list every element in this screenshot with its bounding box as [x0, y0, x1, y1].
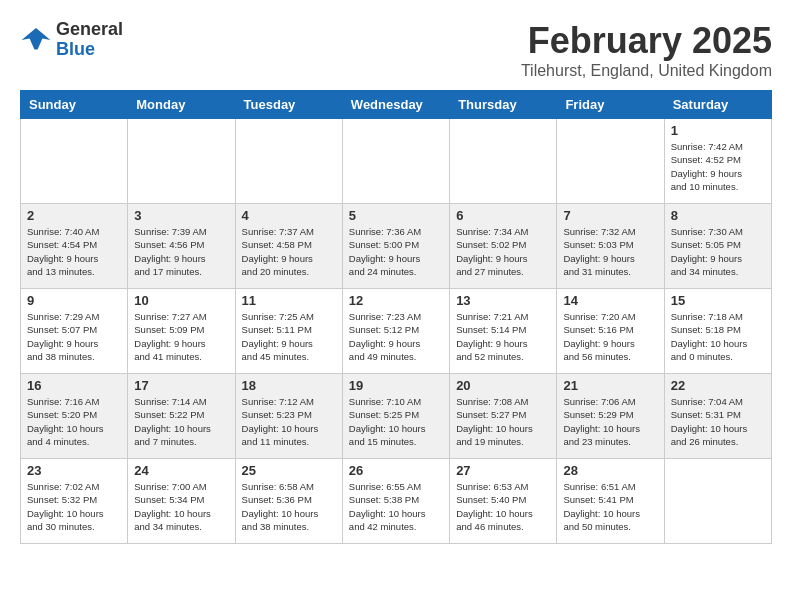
header-friday: Friday: [557, 91, 664, 119]
calendar-table: Sunday Monday Tuesday Wednesday Thursday…: [20, 90, 772, 544]
cell-week1-day6: 8Sunrise: 7:30 AM Sunset: 5:05 PM Daylig…: [664, 204, 771, 289]
day-number: 21: [563, 378, 657, 393]
day-info: Sunrise: 7:16 AM Sunset: 5:20 PM Dayligh…: [27, 395, 121, 448]
day-number: 2: [27, 208, 121, 223]
cell-week2-day0: 9Sunrise: 7:29 AM Sunset: 5:07 PM Daylig…: [21, 289, 128, 374]
day-number: 11: [242, 293, 336, 308]
day-number: 15: [671, 293, 765, 308]
cell-week4-day3: 26Sunrise: 6:55 AM Sunset: 5:38 PM Dayli…: [342, 459, 449, 544]
header-tuesday: Tuesday: [235, 91, 342, 119]
day-info: Sunrise: 7:30 AM Sunset: 5:05 PM Dayligh…: [671, 225, 765, 278]
header-thursday: Thursday: [450, 91, 557, 119]
day-number: 20: [456, 378, 550, 393]
weekday-header-row: Sunday Monday Tuesday Wednesday Thursday…: [21, 91, 772, 119]
cell-week4-day0: 23Sunrise: 7:02 AM Sunset: 5:32 PM Dayli…: [21, 459, 128, 544]
day-number: 16: [27, 378, 121, 393]
logo-line1: General: [56, 20, 123, 40]
day-number: 23: [27, 463, 121, 478]
cell-week3-day1: 17Sunrise: 7:14 AM Sunset: 5:22 PM Dayli…: [128, 374, 235, 459]
cell-week3-day0: 16Sunrise: 7:16 AM Sunset: 5:20 PM Dayli…: [21, 374, 128, 459]
logo-bird-icon: [20, 24, 52, 56]
cell-week4-day5: 28Sunrise: 6:51 AM Sunset: 5:41 PM Dayli…: [557, 459, 664, 544]
day-info: Sunrise: 7:42 AM Sunset: 4:52 PM Dayligh…: [671, 140, 765, 193]
day-number: 9: [27, 293, 121, 308]
calendar-subtitle: Tilehurst, England, United Kingdom: [521, 62, 772, 80]
day-number: 28: [563, 463, 657, 478]
day-info: Sunrise: 7:32 AM Sunset: 5:03 PM Dayligh…: [563, 225, 657, 278]
cell-week1-day5: 7Sunrise: 7:32 AM Sunset: 5:03 PM Daylig…: [557, 204, 664, 289]
logo: General Blue: [20, 20, 123, 60]
cell-week2-day2: 11Sunrise: 7:25 AM Sunset: 5:11 PM Dayli…: [235, 289, 342, 374]
day-info: Sunrise: 7:23 AM Sunset: 5:12 PM Dayligh…: [349, 310, 443, 363]
header-saturday: Saturday: [664, 91, 771, 119]
week-row-2: 9Sunrise: 7:29 AM Sunset: 5:07 PM Daylig…: [21, 289, 772, 374]
cell-week1-day0: 2Sunrise: 7:40 AM Sunset: 4:54 PM Daylig…: [21, 204, 128, 289]
cell-week0-day2: [235, 119, 342, 204]
day-info: Sunrise: 7:40 AM Sunset: 4:54 PM Dayligh…: [27, 225, 121, 278]
logo-line2: Blue: [56, 40, 123, 60]
cell-week2-day6: 15Sunrise: 7:18 AM Sunset: 5:18 PM Dayli…: [664, 289, 771, 374]
day-number: 6: [456, 208, 550, 223]
day-info: Sunrise: 7:25 AM Sunset: 5:11 PM Dayligh…: [242, 310, 336, 363]
day-info: Sunrise: 7:02 AM Sunset: 5:32 PM Dayligh…: [27, 480, 121, 533]
cell-week4-day6: [664, 459, 771, 544]
day-info: Sunrise: 6:53 AM Sunset: 5:40 PM Dayligh…: [456, 480, 550, 533]
week-row-0: 1Sunrise: 7:42 AM Sunset: 4:52 PM Daylig…: [21, 119, 772, 204]
day-info: Sunrise: 7:08 AM Sunset: 5:27 PM Dayligh…: [456, 395, 550, 448]
cell-week4-day2: 25Sunrise: 6:58 AM Sunset: 5:36 PM Dayli…: [235, 459, 342, 544]
week-row-4: 23Sunrise: 7:02 AM Sunset: 5:32 PM Dayli…: [21, 459, 772, 544]
day-number: 14: [563, 293, 657, 308]
svg-marker-0: [22, 28, 51, 50]
week-row-3: 16Sunrise: 7:16 AM Sunset: 5:20 PM Dayli…: [21, 374, 772, 459]
header-monday: Monday: [128, 91, 235, 119]
day-info: Sunrise: 7:12 AM Sunset: 5:23 PM Dayligh…: [242, 395, 336, 448]
cell-week4-day4: 27Sunrise: 6:53 AM Sunset: 5:40 PM Dayli…: [450, 459, 557, 544]
day-info: Sunrise: 6:51 AM Sunset: 5:41 PM Dayligh…: [563, 480, 657, 533]
day-info: Sunrise: 7:36 AM Sunset: 5:00 PM Dayligh…: [349, 225, 443, 278]
cell-week1-day3: 5Sunrise: 7:36 AM Sunset: 5:00 PM Daylig…: [342, 204, 449, 289]
day-info: Sunrise: 7:00 AM Sunset: 5:34 PM Dayligh…: [134, 480, 228, 533]
day-info: Sunrise: 7:04 AM Sunset: 5:31 PM Dayligh…: [671, 395, 765, 448]
calendar-title: February 2025: [521, 20, 772, 62]
cell-week1-day2: 4Sunrise: 7:37 AM Sunset: 4:58 PM Daylig…: [235, 204, 342, 289]
cell-week3-day5: 21Sunrise: 7:06 AM Sunset: 5:29 PM Dayli…: [557, 374, 664, 459]
cell-week2-day1: 10Sunrise: 7:27 AM Sunset: 5:09 PM Dayli…: [128, 289, 235, 374]
cell-week2-day3: 12Sunrise: 7:23 AM Sunset: 5:12 PM Dayli…: [342, 289, 449, 374]
cell-week3-day4: 20Sunrise: 7:08 AM Sunset: 5:27 PM Dayli…: [450, 374, 557, 459]
day-info: Sunrise: 7:18 AM Sunset: 5:18 PM Dayligh…: [671, 310, 765, 363]
day-number: 22: [671, 378, 765, 393]
cell-week3-day2: 18Sunrise: 7:12 AM Sunset: 5:23 PM Dayli…: [235, 374, 342, 459]
day-info: Sunrise: 7:29 AM Sunset: 5:07 PM Dayligh…: [27, 310, 121, 363]
cell-week0-day3: [342, 119, 449, 204]
day-number: 13: [456, 293, 550, 308]
cell-week0-day0: [21, 119, 128, 204]
day-number: 8: [671, 208, 765, 223]
header-sunday: Sunday: [21, 91, 128, 119]
cell-week1-day1: 3Sunrise: 7:39 AM Sunset: 4:56 PM Daylig…: [128, 204, 235, 289]
day-info: Sunrise: 7:37 AM Sunset: 4:58 PM Dayligh…: [242, 225, 336, 278]
title-area: February 2025 Tilehurst, England, United…: [521, 20, 772, 80]
day-info: Sunrise: 7:39 AM Sunset: 4:56 PM Dayligh…: [134, 225, 228, 278]
day-number: 3: [134, 208, 228, 223]
header: General Blue February 2025 Tilehurst, En…: [20, 20, 772, 80]
day-info: Sunrise: 7:21 AM Sunset: 5:14 PM Dayligh…: [456, 310, 550, 363]
day-number: 5: [349, 208, 443, 223]
day-number: 27: [456, 463, 550, 478]
day-number: 10: [134, 293, 228, 308]
day-info: Sunrise: 7:14 AM Sunset: 5:22 PM Dayligh…: [134, 395, 228, 448]
day-info: Sunrise: 7:20 AM Sunset: 5:16 PM Dayligh…: [563, 310, 657, 363]
day-number: 24: [134, 463, 228, 478]
cell-week3-day3: 19Sunrise: 7:10 AM Sunset: 5:25 PM Dayli…: [342, 374, 449, 459]
day-info: Sunrise: 7:34 AM Sunset: 5:02 PM Dayligh…: [456, 225, 550, 278]
day-info: Sunrise: 6:55 AM Sunset: 5:38 PM Dayligh…: [349, 480, 443, 533]
cell-week0-day6: 1Sunrise: 7:42 AM Sunset: 4:52 PM Daylig…: [664, 119, 771, 204]
logo-text: General Blue: [56, 20, 123, 60]
day-info: Sunrise: 7:06 AM Sunset: 5:29 PM Dayligh…: [563, 395, 657, 448]
week-row-1: 2Sunrise: 7:40 AM Sunset: 4:54 PM Daylig…: [21, 204, 772, 289]
cell-week0-day1: [128, 119, 235, 204]
day-number: 12: [349, 293, 443, 308]
day-number: 17: [134, 378, 228, 393]
day-info: Sunrise: 7:27 AM Sunset: 5:09 PM Dayligh…: [134, 310, 228, 363]
day-number: 25: [242, 463, 336, 478]
cell-week2-day4: 13Sunrise: 7:21 AM Sunset: 5:14 PM Dayli…: [450, 289, 557, 374]
